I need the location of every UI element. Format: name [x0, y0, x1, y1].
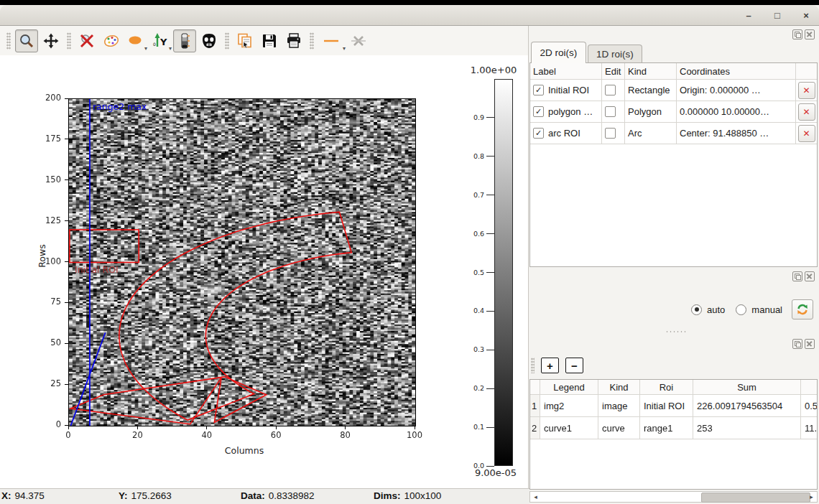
zoom-in-button[interactable]: [15, 29, 38, 52]
dock-float-icon[interactable]: [792, 271, 802, 281]
dock-float-icon[interactable]: [792, 339, 802, 349]
colorbar-tick: [486, 272, 494, 273]
column-header[interactable]: Kind: [598, 380, 640, 395]
roi-visible-checkbox[interactable]: ✓: [533, 128, 544, 139]
status-y-value: 175.2663: [131, 490, 172, 501]
roi-delete-button[interactable]: ✕: [798, 125, 815, 142]
column-header[interactable]: Sum: [693, 380, 801, 395]
colorbar-tick-label: 0.3: [463, 345, 484, 353]
roi-visible-checkbox[interactable]: ✓: [533, 85, 544, 95]
column-header[interactable]: Roi: [640, 380, 693, 395]
rectangle-roi-label: Initial ROI: [75, 264, 119, 275]
mask-tools-button[interactable]: [198, 29, 221, 52]
close-button[interactable]: ×: [800, 9, 812, 21]
colorbar-tick: [486, 195, 494, 195]
colorbar-tick: [486, 117, 494, 118]
scroll-right-icon[interactable]: ▸: [806, 492, 817, 502]
manual-radio[interactable]: [736, 304, 746, 315]
titlebar[interactable]: – □ ×: [0, 5, 819, 26]
colormap-icon: [103, 32, 120, 50]
stat-legend: curve1: [540, 417, 598, 439]
pan-button[interactable]: [40, 29, 63, 52]
roi-overlay[interactable]: Initial ROIrange2 max: [69, 99, 415, 426]
tab-1d-rois[interactable]: 1D roi(s): [588, 45, 642, 63]
add-stat-button[interactable]: +: [541, 358, 559, 373]
profile-line-button[interactable]: ▾: [318, 29, 346, 52]
maximize-button[interactable]: □: [772, 9, 783, 21]
dropdown-arrow-icon[interactable]: ▾: [144, 46, 147, 52]
curve-line[interactable]: [70, 332, 105, 426]
column-header[interactable]: Kind: [625, 63, 677, 80]
roi-delete-button[interactable]: ✕: [798, 82, 815, 99]
update-mode-controls: auto manual: [691, 299, 813, 319]
print-button[interactable]: [282, 29, 305, 52]
colorbar-tick-label: 0.0: [463, 462, 484, 470]
colorbar-max-label: 1.00e+00: [461, 65, 526, 75]
x-tick-label: 20: [123, 430, 152, 440]
colorbar-toggle-button[interactable]: [173, 29, 196, 52]
roi-table-row[interactable]: ✓Initial ROI Rectangle Origin: 0.000000 …: [530, 80, 817, 101]
colorbar-tick-label: 0.7: [463, 191, 484, 199]
scrollbar-thumb[interactable]: [701, 493, 810, 503]
roi-visible-checkbox[interactable]: ✓: [533, 106, 544, 117]
dock-splitter-handle[interactable]: [665, 330, 687, 333]
roi-kind: Rectangle: [625, 80, 677, 101]
manual-radio-label[interactable]: manual: [751, 304, 782, 315]
status-data-value: 0.8338982: [269, 490, 315, 501]
dock-close-icon[interactable]: [805, 271, 815, 281]
auto-radio[interactable]: [691, 304, 702, 315]
stats-row[interactable]: 2 curve1 curve range1 253 11.0: [530, 417, 817, 439]
column-header[interactable]: Edit: [602, 63, 625, 80]
plot-toolbar: ▾ Y 0 ▾: [0, 26, 529, 55]
horizontal-scrollbar[interactable]: ◂ ▸: [529, 491, 818, 503]
toolbar-handle[interactable]: [6, 32, 11, 50]
remove-stat-button[interactable]: −: [565, 358, 583, 373]
ellipse-mask-shape-button[interactable]: ▾: [124, 29, 147, 52]
roi-delete-button[interactable]: ✕: [798, 103, 815, 121]
stats-toolbar-handle[interactable]: [531, 358, 535, 373]
arc-roi[interactable]: [119, 212, 351, 420]
colorbar-icon: [177, 32, 193, 50]
column-header[interactable]: Legend: [540, 380, 598, 395]
roi-table-row[interactable]: ✓polygon … Polygon 0.000000 10.00000… ✕: [530, 101, 817, 123]
zoom-reset-button[interactable]: [75, 29, 98, 52]
rectangle-roi[interactable]: [70, 230, 139, 263]
toolbar-separator: [67, 32, 71, 50]
colormap-button[interactable]: [100, 29, 123, 52]
refresh-button[interactable]: [792, 299, 813, 319]
dropdown-arrow-icon[interactable]: ▾: [343, 46, 346, 52]
save-button[interactable]: [258, 29, 281, 52]
minimize-button[interactable]: –: [743, 9, 754, 21]
roi-edit-checkbox[interactable]: [605, 128, 616, 139]
svg-text:0: 0: [153, 42, 156, 47]
colorbar-tick: [486, 466, 494, 467]
colorbar[interactable]: [494, 79, 513, 466]
colorbar-tick-label: 0.6: [463, 230, 484, 238]
y-tick: [65, 98, 68, 99]
y-tick: [65, 179, 68, 180]
pan-icon: [43, 33, 59, 49]
copy-to-clipboard-button[interactable]: [233, 29, 256, 52]
column-header[interactable]: Coordinates: [677, 63, 796, 80]
column-header[interactable]: Label: [530, 63, 602, 80]
dropdown-arrow-icon[interactable]: ▾: [169, 46, 172, 52]
roi-edit-checkbox[interactable]: [605, 106, 616, 117]
stat-extra: 0.5: [801, 395, 817, 417]
tab-2d-rois[interactable]: 2D roi(s): [531, 42, 586, 63]
scroll-left-icon[interactable]: ◂: [530, 492, 541, 502]
dock-close-icon[interactable]: [805, 29, 815, 39]
dock-float-icon[interactable]: [792, 29, 802, 39]
y-axis-orientation-button[interactable]: Y 0 ▾: [149, 29, 172, 52]
svg-text:Y: Y: [159, 37, 167, 47]
status-x-label: X:: [1, 490, 11, 501]
stats-row[interactable]: 1 img2 image Initial ROI 226.00917945635…: [530, 395, 817, 417]
roi-coordinates: Origin: 0.000000 …: [677, 80, 796, 101]
image-plot[interactable]: Initial ROIrange2 max: [68, 98, 416, 426]
toolbar-separator: [310, 32, 314, 50]
roi-label: arc ROI: [548, 128, 580, 139]
roi-table-row[interactable]: ✓arc ROI Arc Center: 91.488850 … ✕: [530, 123, 817, 144]
y-tick: [65, 425, 68, 426]
auto-radio-label[interactable]: auto: [707, 304, 725, 315]
dock-close-icon[interactable]: [805, 339, 815, 349]
roi-edit-checkbox[interactable]: [605, 85, 616, 95]
